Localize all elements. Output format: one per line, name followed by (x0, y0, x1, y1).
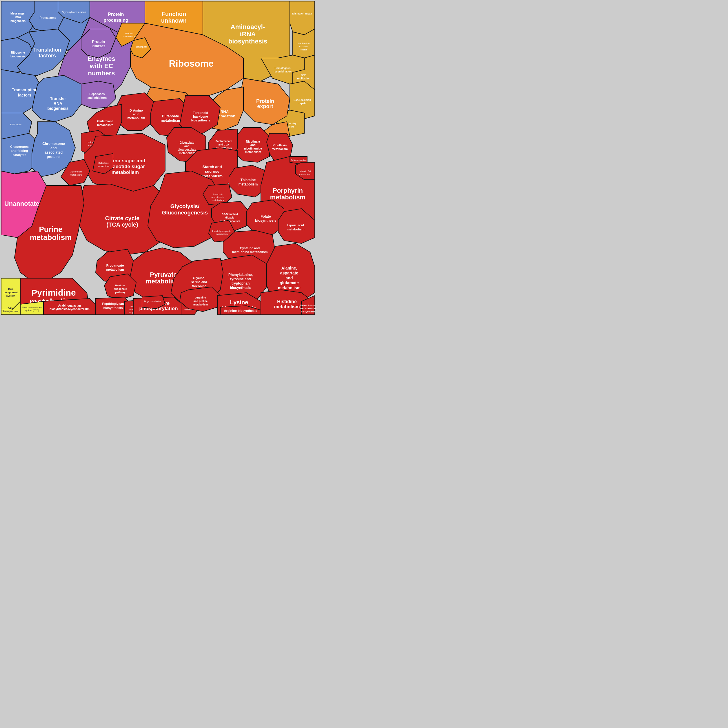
function-unknown-label: Function (162, 11, 186, 17)
nucleotide-excision-label2: excision (299, 45, 308, 48)
d-amino-label: D-Amino (130, 109, 143, 112)
rna-degradation-label: RNA (220, 110, 229, 114)
butanoate-label2: metabolism (161, 119, 180, 122)
thiamine-label2: metabolism (239, 182, 258, 187)
lipoic-acid-label2: metabolism (287, 228, 304, 231)
transfer-rna-label3: biogenesis (47, 106, 69, 111)
dna-replication-label: DNA (301, 73, 307, 76)
glycosyltransferases-label: Glycosyltransferases (62, 11, 86, 14)
aminoacyl-trna-label3: biosynthesis (228, 38, 267, 45)
alanine-aspartate-label3: and (286, 275, 293, 280)
chaperones-label3: catalysts (12, 153, 26, 156)
ribosome-biogenesis-label2: biogenesis (11, 55, 26, 58)
citrate-cycle-label2: (TCA cycle) (106, 222, 138, 228)
terpenoid-label2: backbone (193, 115, 208, 118)
protein-export-label: Protein (256, 98, 274, 104)
nucleotide-excision-label: Nucleotide (298, 42, 310, 44)
starch-sucrose-label2: sucrose (205, 169, 219, 174)
propanoate-label: Propanoate (106, 264, 124, 267)
pyrimidine-metabolism-label: Pyrimidine (31, 288, 76, 297)
lipoic-acid-label: Lipoic acid (287, 223, 304, 227)
chromosome-label4: proteins (47, 155, 61, 159)
histidine-metabolism-label2: metabolism (274, 304, 300, 309)
thiamine-label: Thiamine (240, 178, 256, 182)
alanine-aspartate-label: Alanine, (281, 266, 297, 271)
pantothenate-label2: and CoA (219, 143, 229, 146)
glycine-serine-label3: threonine (192, 284, 206, 288)
starch-sucrose-label: Starch and (202, 165, 222, 169)
peptidoglycan-label2: biosynthesis (103, 306, 122, 309)
glycine-serine-label2: serine and (191, 280, 207, 284)
citrate-cycle-label: Citrate cycle (105, 215, 140, 222)
alanine-aspartate-label4: glutamate (280, 280, 299, 285)
chromosome-label3: associated (44, 150, 63, 154)
glyoxylate-label: Glyoxylate (180, 141, 194, 144)
glutathione-label2: metabolism (97, 124, 113, 127)
purine-metabolism-label2: metabolism (30, 233, 72, 242)
histidine-metabolism-label: Histidine (277, 299, 297, 304)
c5-branched-label: C5-Branched (222, 213, 238, 216)
homologous-recomb-label2: recombination (274, 70, 292, 73)
riboflavin-label: Riboflavin (273, 144, 287, 147)
glycine-serine-label: Glycine, (193, 276, 205, 280)
phenylalanine-label: Phenylalanine, (228, 273, 253, 277)
translation-factors-label2: factors (38, 53, 56, 58)
transport-label: Transport (136, 46, 147, 48)
inositol-label: Inositol phosphate (213, 230, 231, 232)
chaperones-label2: and folding (11, 149, 28, 153)
propanoate-label2: metabolism (106, 268, 124, 271)
riboflavin-label2: metabolism (272, 147, 288, 151)
valine-leucine-label3: biosynthesis (301, 310, 315, 313)
transcription-factors-label2: factors (18, 93, 32, 97)
transcription-factors-label: Transcription (12, 87, 38, 92)
d-amino-label2: acid (133, 112, 139, 116)
c5-branched-label2: dibasic (225, 216, 234, 219)
galactose-label2: metabolism (98, 165, 110, 168)
porphyrin-label2: metabolism (270, 194, 306, 201)
base-excision-label2: repair (298, 102, 306, 105)
arabinogalactan-label: Arabinogalactan (58, 304, 81, 307)
abc-transporters-label2: transporters (3, 310, 18, 313)
protein-export-label2: export (257, 104, 273, 109)
two-component-label2: component (4, 291, 18, 294)
dna-repair-label: DNA repair (10, 123, 21, 126)
d-amino-label3: metabolism (127, 116, 145, 120)
aminoacyl-trna-label: Aminoacyl- (231, 23, 265, 31)
phosphotransferase-label2: system (PTS) (25, 309, 39, 312)
peptidases-label2: and inhibitors (87, 96, 107, 99)
phenylalanine-label3: tryptophan (232, 281, 250, 286)
arginine-biosynthesis-label: Arginine biosynthesis (224, 309, 257, 312)
enzymes-ec-label3: numbers (88, 70, 115, 77)
nucleotide-excision-label3: repair (301, 48, 307, 51)
ascorbate-label3: metabolism (212, 199, 224, 202)
inositol-label2: metabolism (216, 233, 228, 236)
homologous-recomb-label: Homologous (275, 67, 291, 70)
chromosome-label2: and (50, 146, 57, 150)
porphyrin-label: Porphyrin (273, 187, 303, 194)
folate-label: Folate (260, 214, 271, 219)
messenger-rna-label: Messenger (11, 12, 26, 15)
pentose-phosphate-region[interactable] (104, 274, 136, 300)
vitamin-b6-label: Vitamin B6 (300, 170, 311, 173)
glycolysis-label: Glycolysis/ (170, 203, 200, 209)
arginine-proline-label2: and proline (194, 300, 208, 303)
valine-leucine-label2: and isoleucine (300, 307, 316, 310)
vitamin-b6-label2: metabolism (299, 173, 311, 176)
pantothenate-label: Pantothenate (215, 140, 232, 142)
folate-label2: biosynthesis (255, 219, 277, 223)
glyoxylate-label4: metabolism (179, 151, 195, 155)
terpenoid-label: Terpenoid (193, 111, 208, 115)
glyoxylate-label3: dicarboxylate (177, 148, 196, 151)
ascorbate-label2: and aldarate (211, 196, 225, 199)
alanine-aspartate-label2: aspartate (280, 271, 298, 275)
ascorbate-label: Ascorbate (213, 193, 223, 196)
nicotinate-label: Nicotinate (246, 140, 260, 143)
dna-replication-label2: replication (297, 77, 310, 80)
base-excision-label: Base excision (294, 98, 311, 101)
galactose-label: Galactose (98, 162, 109, 164)
alanine-aspartate-label5: metabolism (278, 286, 301, 290)
mismatch-repair-region[interactable] (290, 1, 315, 35)
glutathione-label: Glutathione (97, 120, 113, 123)
nicotinate-label3: nicotinamide (244, 147, 262, 150)
aminoacyl-trna-label2: tRNA (240, 31, 256, 38)
